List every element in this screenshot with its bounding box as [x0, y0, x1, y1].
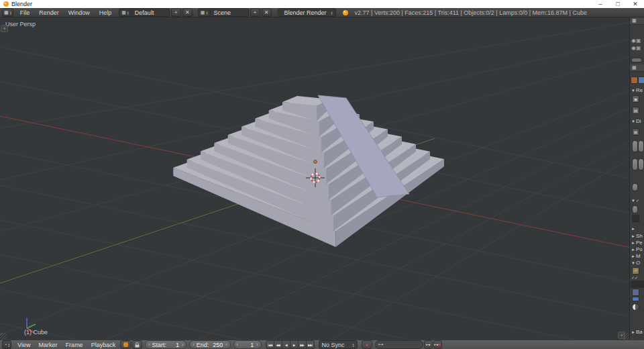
image-format-icon[interactable] — [632, 289, 639, 296]
menu-window[interactable]: Window — [64, 8, 95, 17]
blender-window: Blender – □ ✕ ▦ ▴▾ File Render Window He… — [0, 0, 644, 349]
print-icon[interactable]: ▤ — [632, 107, 639, 114]
panel-postprocessing[interactable]: ►Po — [631, 246, 643, 252]
render-tab-icon[interactable] — [631, 77, 638, 84]
menu-playback[interactable]: Playback — [87, 342, 120, 348]
view-mode-label: User Persp — [5, 21, 36, 28]
outliner-header[interactable]: ▦ — [630, 17, 644, 25]
properties-header[interactable]: ▦ — [630, 64, 644, 72]
key-icon: ⊶ — [378, 342, 384, 348]
timeline-header: ◔ ▴▾ View Marker Frame Playback ‹ Start:… — [0, 340, 644, 349]
delete-keyframe-button[interactable]: ⊶✕ — [433, 340, 442, 349]
active-object-label: (1) Cube — [24, 329, 48, 336]
outliner-item-icon[interactable]: ◉▣ — [631, 45, 641, 51]
progress-bar — [632, 297, 639, 301]
preview-range-icon — [123, 342, 128, 347]
outliner-item-icon[interactable]: ◉▣ — [631, 38, 641, 44]
lock-toggle[interactable] — [131, 340, 142, 349]
menu-render[interactable]: Render — [34, 8, 64, 17]
delete-x-icon: ✕ — [438, 342, 441, 347]
scrollbar-handle[interactable] — [631, 58, 642, 62]
play-reverse-button[interactable]: ◀ — [282, 340, 290, 349]
contrast-icon[interactable] — [632, 303, 639, 311]
sync-mode-select[interactable]: No Sync ▴▾ — [319, 340, 358, 349]
panel-antialiasing[interactable]: ▼✓ — [631, 197, 639, 203]
properties-panel-sliver[interactable]: ▦ ◉▣ ◉▣ ▦ ▼Re ▣ ▤ ▼Di ▦ ▼✓ ► ►Sh ►Pe ►Po… — [629, 17, 644, 340]
browse-layout-icon[interactable]: ▦▴▾ — [119, 10, 131, 15]
jump-to-end-button[interactable]: ▶▶| — [307, 340, 315, 349]
add-layout-button[interactable]: + — [171, 8, 181, 17]
close-button[interactable]: ✕ — [627, 0, 644, 8]
titlebar: Blender – □ ✕ — [0, 0, 644, 8]
menu-file[interactable]: File — [15, 8, 35, 17]
screen-layout-field[interactable]: ▦▴▾ Default — [119, 8, 170, 17]
current-frame-value: 1 — [239, 342, 256, 348]
maximize-button[interactable]: □ — [609, 0, 627, 8]
add-scene-button[interactable]: + — [250, 8, 260, 17]
remove-scene-button[interactable]: ✕ — [262, 8, 272, 17]
editor-type-button[interactable]: ▦ ▴▾ — [2, 8, 13, 17]
panel-performance[interactable]: ►Pe — [631, 240, 643, 246]
play-button[interactable]: ▶ — [290, 340, 299, 349]
scene-tab-icon[interactable] — [638, 77, 644, 84]
minimize-button[interactable]: – — [592, 0, 609, 8]
end-frame-value: 250 — [210, 342, 225, 348]
auto-keyframe-toggle[interactable]: ● — [362, 340, 372, 349]
folder-icon[interactable]: ▱ — [632, 267, 639, 275]
lock-icon — [135, 342, 140, 348]
viewport-3d[interactable]: User Persp + + (1) Cube — [0, 17, 629, 340]
format-button[interactable] — [631, 281, 637, 288]
record-icon: ● — [365, 342, 368, 347]
remove-layout-button[interactable]: ✕ — [182, 8, 193, 17]
panel-output[interactable]: ▼O — [631, 260, 640, 266]
resize-grip[interactable] — [623, 333, 629, 340]
slider[interactable] — [632, 205, 638, 213]
viewport-scene — [0, 17, 629, 340]
scene-field[interactable]: ▦▴▾ Scene — [198, 8, 249, 17]
splash-logo-icon[interactable] — [343, 10, 348, 15]
menu-view[interactable]: View — [13, 342, 34, 348]
menu-marker[interactable]: Marker — [35, 342, 62, 348]
chevron-down-icon: ▾ — [10, 13, 11, 15]
panel-collapsed[interactable]: ► — [631, 226, 636, 232]
sync-mode-value: No Sync — [322, 342, 352, 348]
preview-range-toggle[interactable] — [120, 340, 131, 349]
playback-controls: |◀◀ ◀◀ ◀ ▶ ▶▶ ▶▶| — [266, 340, 315, 349]
panel-shading[interactable]: ►Sh — [631, 233, 643, 239]
slider[interactable] — [632, 183, 638, 191]
toggle-button[interactable] — [632, 215, 639, 222]
render-engine-select[interactable]: Blender Render ▴▾ — [278, 8, 336, 17]
render-button-camera-icon[interactable]: ▣ — [632, 95, 639, 103]
resize-grip[interactable] — [0, 333, 7, 340]
end-frame-field[interactable]: ‹ End: 250 › — [189, 340, 230, 349]
checkbox-row[interactable]: ✓✓ — [631, 275, 638, 280]
jump-to-start-button[interactable]: |◀◀ — [266, 340, 274, 349]
render-engine-value: Blender Render — [281, 9, 330, 16]
info-header: ▦ ▴▾ File Render Window Help ▦▴▾ Default… — [0, 8, 644, 17]
clock-icon: ◔ — [4, 342, 7, 348]
next-keyframe-button[interactable]: ▶▶ — [299, 340, 307, 349]
panel-bake[interactable]: ►Ba — [631, 329, 643, 335]
scene-value: Scene — [211, 9, 248, 16]
insert-keyframe-button[interactable]: ⊶ — [424, 340, 433, 349]
keying-set-field[interactable]: ⊶ — [375, 340, 423, 349]
browse-scene-icon[interactable]: ▦▴▾ — [199, 10, 211, 15]
panel-metadata[interactable]: ►M — [631, 253, 641, 259]
current-frame-field[interactable]: ‹ 1 › — [233, 340, 262, 349]
expand-toolshelf-icon[interactable]: + — [1, 25, 8, 32]
format-button[interactable] — [637, 281, 644, 288]
timeline-editor-type-button[interactable]: ◔ ▴▾ — [2, 340, 11, 349]
start-frame-value: 1 — [168, 342, 181, 348]
slider[interactable] — [638, 140, 644, 152]
start-frame-field[interactable]: ‹ Start: 1 › — [145, 340, 186, 349]
panel-render[interactable]: ▼Re — [631, 87, 643, 93]
panel-dimensions[interactable]: ▼Di — [631, 118, 641, 124]
slider[interactable] — [632, 158, 638, 170]
menu-help[interactable]: Help — [95, 8, 117, 17]
presets-icon[interactable]: ▦ — [632, 128, 639, 136]
prev-keyframe-button[interactable]: ◀◀ — [274, 340, 282, 349]
slider[interactable] — [632, 140, 638, 152]
slider[interactable] — [638, 158, 644, 170]
resize-grip[interactable] — [635, 340, 643, 348]
menu-frame[interactable]: Frame — [62, 342, 87, 348]
